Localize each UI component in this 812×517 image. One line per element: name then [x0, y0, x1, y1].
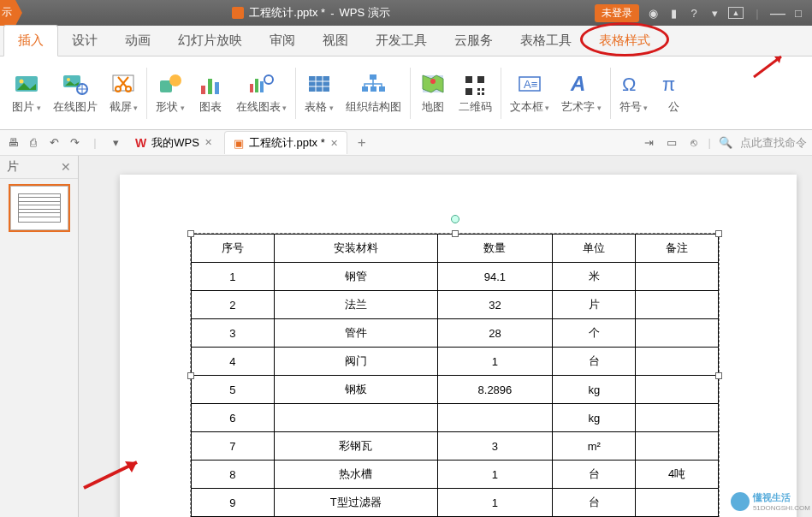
table-cell[interactable]: 法兰	[274, 291, 437, 319]
onlinepic-button[interactable]: 在线图片	[48, 68, 103, 118]
tab-review[interactable]: 审阅	[256, 26, 309, 56]
table-cell[interactable]: T型过滤器	[274, 489, 437, 517]
table-cell[interactable]: 钢管	[274, 263, 437, 291]
close-icon[interactable]: ✕	[204, 137, 212, 148]
select-icon[interactable]: ▭	[664, 135, 679, 151]
table-cell[interactable]: 钢板	[274, 376, 437, 404]
table-cell[interactable]: m²	[553, 432, 636, 461]
maximize-icon[interactable]: □	[791, 6, 805, 20]
rotate-handle[interactable]	[451, 215, 459, 223]
table-cell[interactable]	[636, 432, 719, 461]
table-cell[interactable]: 片	[553, 291, 636, 319]
table-cell[interactable]: 5	[192, 376, 275, 404]
resize-handle-tl[interactable]	[187, 230, 194, 237]
table-cell[interactable]	[636, 376, 719, 404]
table-cell[interactable]: 6	[192, 404, 275, 432]
table-cell[interactable]: 1	[437, 348, 553, 376]
table-cell[interactable]: 1	[437, 489, 553, 517]
table-cell[interactable]	[636, 489, 719, 517]
table-cell[interactable]: 1	[437, 461, 553, 489]
table-cell[interactable]: 1	[192, 263, 275, 291]
restore-up-icon[interactable]: ▲	[728, 7, 744, 19]
table-cell[interactable]	[437, 404, 553, 432]
table-cell[interactable]: 彩钢瓦	[274, 432, 437, 461]
resize-handle-mr[interactable]	[715, 372, 722, 379]
tab-tablestyle[interactable]: 表格样式	[585, 26, 664, 56]
table-header-cell[interactable]: 安装材料	[274, 235, 437, 263]
ruler-icon[interactable]: ⇥	[642, 135, 657, 151]
table-cell[interactable]: 3	[192, 319, 275, 348]
map-button[interactable]: 地图	[414, 68, 452, 118]
table-cell[interactable]: 4	[192, 348, 275, 376]
tab-slideshow[interactable]: 幻灯片放映	[164, 26, 256, 56]
table-cell[interactable]: 2	[192, 291, 275, 319]
table-cell[interactable]	[636, 263, 719, 291]
table-cell[interactable]: 4吨	[636, 461, 719, 489]
table-cell[interactable]: 32	[437, 291, 553, 319]
resize-handle-ml[interactable]	[187, 372, 194, 379]
skin-icon[interactable]: ▮	[667, 6, 680, 20]
table-cell[interactable]: 8.2896	[437, 376, 553, 404]
chart-button[interactable]: 图表	[192, 68, 229, 118]
table-cell[interactable]: 管件	[274, 319, 437, 348]
qat-dropdown-icon[interactable]: ▾	[108, 135, 123, 151]
tab-design[interactable]: 设计	[58, 26, 111, 56]
shapes-button[interactable]: 形状	[151, 68, 190, 118]
minimize-icon[interactable]: —	[771, 6, 785, 20]
textbox-button[interactable]: A≡文本框	[505, 68, 555, 118]
picture-button[interactable]: 图片	[7, 68, 46, 118]
table-cell[interactable]: 米	[553, 263, 636, 291]
dropdown-icon[interactable]: ▾	[708, 6, 721, 20]
table-cell[interactable]: 9	[192, 489, 275, 517]
tab-my-wps[interactable]: W 我的WPS ✕	[127, 132, 221, 154]
onlinechart-button[interactable]: 在线图表	[231, 68, 293, 118]
table-cell[interactable]: 7	[192, 432, 275, 461]
table-cell[interactable]	[636, 319, 719, 348]
table-cell[interactable]: 8	[192, 461, 275, 489]
table-cell[interactable]	[636, 291, 719, 319]
table-cell[interactable]	[636, 404, 719, 432]
tab-devtools[interactable]: 开发工具	[362, 26, 441, 56]
print-icon[interactable]: 🖶	[5, 135, 21, 151]
orgchart-button[interactable]: 组织结构图	[341, 68, 406, 118]
table-header-cell[interactable]: 数量	[437, 235, 553, 263]
screenshot-button[interactable]: 截屏	[104, 68, 144, 118]
undo-icon[interactable]: ↶	[46, 135, 62, 151]
table-button[interactable]: 表格	[299, 68, 339, 118]
qrcode-button[interactable]: 二维码	[453, 68, 497, 118]
data-table[interactable]: 序号安装材料数量单位备注 1钢管94.1米2法兰32片3管件28个4阀门1台5钢…	[191, 234, 719, 517]
login-badge[interactable]: 未登录	[595, 4, 639, 22]
help-icon[interactable]: ?	[687, 6, 701, 20]
tab-cloud[interactable]: 云服务	[441, 26, 507, 56]
wordart-button[interactable]: A艺术字	[556, 68, 607, 118]
tool-icon[interactable]: ⎋	[686, 135, 702, 151]
close-icon[interactable]: ✕	[330, 138, 338, 149]
table-header-cell[interactable]: 序号	[192, 235, 275, 263]
print-preview-icon[interactable]: ⎙	[26, 135, 41, 151]
table-cell[interactable]: 台	[553, 489, 636, 517]
table-cell[interactable]: 3	[437, 432, 553, 461]
app-menu-corner[interactable]: 示	[0, 0, 15, 26]
table-header-cell[interactable]: 单位	[553, 235, 636, 263]
tab-view[interactable]: 视图	[309, 26, 362, 56]
close-panel-icon[interactable]: ✕	[61, 160, 71, 174]
formula-button[interactable]: π公	[655, 68, 692, 118]
slide-canvas[interactable]: 序号安装材料数量单位备注 1钢管94.1米2法兰32片3管件28个4阀门1台5钢…	[79, 156, 812, 517]
command-search[interactable]: 点此查找命令	[740, 135, 807, 151]
table-cell[interactable]: 94.1	[437, 263, 553, 291]
table-cell[interactable]: 28	[437, 319, 553, 348]
slide-thumbnail-1[interactable]	[10, 186, 68, 230]
tab-current-document[interactable]: ▣ 工程统计.pptx * ✕	[224, 131, 347, 154]
table-cell[interactable]: 台	[553, 348, 636, 376]
symbol-button[interactable]: Ω符号	[614, 68, 654, 118]
redo-icon[interactable]: ↷	[67, 135, 82, 151]
table-cell[interactable]: 台	[553, 461, 636, 489]
table-cell[interactable]: kg	[553, 404, 636, 432]
resize-handle-tr[interactable]	[715, 230, 722, 237]
table-cell[interactable]: 热水槽	[274, 461, 437, 489]
tab-tabletools[interactable]: 表格工具	[507, 26, 585, 56]
resize-handle-tm[interactable]	[452, 230, 459, 237]
tab-animation[interactable]: 动画	[111, 26, 164, 56]
globe-icon[interactable]: ◉	[646, 6, 660, 20]
table-cell[interactable]: kg	[553, 376, 636, 404]
